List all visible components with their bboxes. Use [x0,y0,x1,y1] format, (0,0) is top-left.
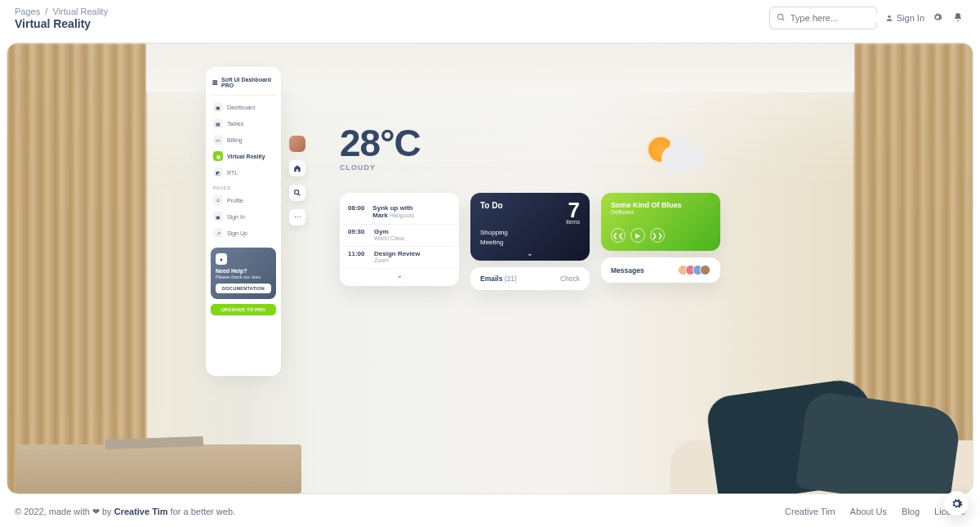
footer-brand-link[interactable]: Creative Tim [114,507,168,516]
documentation-button[interactable]: DOCUMENTATION [216,284,271,293]
sidebar-item-virtual-reality[interactable]: ◉Virtual Reality [211,148,276,164]
todo-more[interactable]: ⌄ [480,249,580,257]
sidebar-help-card: ♦ Need Help? Please check our docs DOCUM… [211,248,276,299]
curtain-decor [7,43,146,494]
more-button[interactable]: ⋯ [289,209,305,226]
schedule-row[interactable]: 09:30 GymWorld Class [340,225,459,247]
schedule-col: 08:00 Synk up with MarkHangouts 09:30 Gy… [340,193,459,290]
todo-list: Shopping Meeting [480,228,580,248]
avatar[interactable] [289,136,305,152]
footer-text: © 2022, made with ❤ by Creative Tim for … [15,507,235,517]
weather-widget: 28°C CLOUDY [340,121,421,172]
action-column: ⋯ [289,136,309,226]
footer-links: Creative Tim About Us Blog License [785,507,965,516]
svg-point-3 [295,190,299,194]
doc-icon: ▣ [213,212,223,221]
sidebar-item-dashboard[interactable]: ▣Dashboard [211,99,276,115]
music-artist: Deftones [611,209,710,215]
rocket-icon: ↗ [213,228,223,238]
music-card: Some Kind Of Blues Deftones ❮❮ ▶ ❯❯ [601,193,720,251]
todo-col: To Do 7items Shopping Meeting ⌄ Emails (… [470,193,590,290]
sidebar-section-pages: Pages [211,181,276,192]
svg-line-4 [298,194,300,195]
schedule-row[interactable]: 08:00 Synk up with MarkHangouts [340,201,459,225]
schedule-row[interactable]: 11:00 Design ReviewZoom [340,247,459,269]
svg-point-0 [777,14,782,19]
signin-label: Sign In [897,13,924,23]
footer-link[interactable]: Blog [902,507,920,516]
music-col: Some Kind Of Blues Deftones ❮❮ ▶ ❯❯ Mess… [601,193,720,290]
tool-icon: ◩ [213,167,223,177]
music-title: Some Kind Of Blues [611,201,710,209]
card-icon: ▭ [213,135,223,145]
navbar: Pages / Virtual Reality Virtual Reality … [0,0,980,36]
breadcrumb: Pages / Virtual Reality [15,7,108,16]
help-title: Need Help? [216,268,271,274]
svg-point-2 [888,16,890,18]
music-prev-button[interactable]: ❮❮ [611,228,626,243]
search-box[interactable] [769,7,877,29]
music-play-button[interactable]: ▶ [630,228,645,243]
nav-right: Sign In [769,7,965,29]
emails-card[interactable]: Emails (21) Check [470,267,590,290]
music-next-button[interactable]: ❯❯ [650,228,665,243]
sidebar-brand[interactable]: ▥ Soft UI Dashboard PRO [211,74,276,96]
breadcrumb-root[interactable]: Pages [15,7,40,16]
sidebar-item-tables[interactable]: ▦Tables [211,115,276,132]
help-icon: ♦ [216,253,227,265]
schedule-card: 08:00 Synk up with MarkHangouts 09:30 Gy… [340,193,459,286]
sidebar: ▥ Soft UI Dashboard PRO ▣Dashboard ▦Tabl… [206,67,281,376]
messages-card[interactable]: Messages [601,257,720,283]
sidebar-item-billing[interactable]: ▭Billing [211,132,276,148]
sidebar-item-rtl[interactable]: ◩RTL [211,164,276,181]
todo-label: To Do [480,201,503,225]
sidebar-item-signup[interactable]: ↗Sign Up [211,225,276,241]
page-title: Virtual Reality [15,17,108,30]
shop-icon: ▣ [213,102,223,112]
cards-row: 08:00 Synk up with MarkHangouts 09:30 Gy… [340,193,720,290]
bell-icon[interactable] [953,11,965,25]
todo-card: To Do 7items Shopping Meeting ⌄ [470,193,590,261]
svg-line-1 [782,18,784,20]
sidebar-item-signin[interactable]: ▣Sign In [211,208,276,225]
gear-icon[interactable] [933,11,945,25]
heart-icon: ❤ [92,507,100,516]
message-avatars [681,265,710,275]
nav-left: Pages / Virtual Reality Virtual Reality [15,7,108,30]
table-icon: ▦ [213,118,223,128]
settings-fab[interactable] [944,491,969,516]
upgrade-button[interactable]: UPGRADE TO PRO [211,304,276,315]
breadcrumb-current: Virtual Reality [53,7,109,16]
footer-link[interactable]: Creative Tim [785,507,835,516]
signin-link[interactable]: Sign In [885,13,924,23]
footer-link[interactable]: About Us [850,507,887,516]
todo-count: 7 [566,201,580,219]
weather-icon [640,129,706,178]
user-icon: ☺ [213,195,223,205]
emails-check-link[interactable]: Check [560,275,580,283]
cube-icon: ◉ [213,151,223,161]
brand-icon: ▥ [212,79,218,86]
schedule-more[interactable]: ⌄ [340,269,459,284]
help-subtitle: Please check our docs [216,275,271,279]
sidebar-item-profile[interactable]: ☺Profile [211,192,276,208]
search-button[interactable] [289,185,305,201]
weather-temp: 28°C [340,121,421,165]
footer: © 2022, made with ❤ by Creative Tim for … [0,496,980,527]
home-button[interactable] [289,160,305,176]
search-icon [777,13,786,24]
